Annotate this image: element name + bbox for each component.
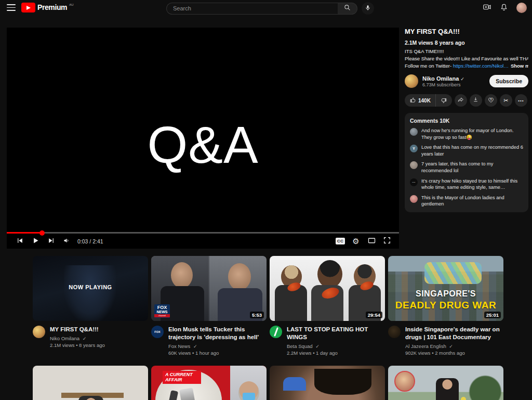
video-card-title[interactable]: Elon Musk tells Tucker this trajectory i… (168, 326, 267, 341)
show-more-button[interactable]: Show more (511, 63, 528, 69)
miniplayer-icon (367, 236, 376, 247)
clip-button[interactable]: ✂ (500, 94, 512, 107)
download-button[interactable] (470, 94, 482, 107)
next-icon (47, 237, 55, 246)
thumbs-up-icon (409, 97, 416, 105)
player-controls: 0:03 / 2:41 CC ⚙ (7, 234, 399, 249)
twitter-link[interactable]: https://twitter.com/Nikol… (453, 62, 509, 70)
video-card[interactable] (388, 366, 503, 400)
channel-avatar[interactable] (388, 326, 401, 338)
channel-avatar[interactable]: FOX (151, 326, 164, 338)
play-icon (32, 237, 39, 246)
channel-text: Niko Omilana✓ 6.73M subscribers (422, 75, 489, 87)
card-info: Inside Singapore's deadly war on drugs |… (388, 326, 503, 356)
video-thumbnail[interactable]: SINGAPORE'S DEADLY DRUG WAR 25:01 (388, 256, 503, 321)
video-thumbnail[interactable] (388, 366, 503, 400)
video-thumbnail[interactable] (33, 366, 148, 400)
previous-icon (16, 237, 24, 246)
video-thumbnail[interactable]: A CURRENT AFFAIR (151, 366, 267, 400)
thumbnail-text: DEADLY DRUG WAR (388, 300, 503, 311)
play-button[interactable] (28, 235, 43, 248)
search-input[interactable] (166, 3, 338, 15)
next-button[interactable] (43, 235, 59, 248)
channel-inset-avatar (394, 371, 415, 392)
video-card-meta: 60K views • 1 hour ago (168, 350, 267, 356)
miniplayer-button[interactable] (364, 235, 379, 248)
create-button[interactable] (483, 3, 491, 13)
time-display: 0:03 / 2:41 (77, 238, 103, 244)
video-card-title[interactable]: Inside Singapore's deadly war on drugs |… (405, 326, 503, 341)
channel-name[interactable]: Niko Omilana✓ (422, 75, 489, 82)
video-card-channel[interactable]: Fox News ✓ (168, 343, 267, 349)
comment-item[interactable]: --- It's crazy how Niko stayed true to h… (410, 178, 523, 191)
video-card-title[interactable]: MY FIRST Q&A!!! (50, 326, 105, 333)
search-bar (166, 2, 374, 15)
voice-search-button[interactable] (362, 2, 374, 15)
share-icon (457, 96, 464, 105)
comment-item[interactable]: Y Love that this has come on my recommen… (410, 144, 523, 157)
more-dots-icon: ••• (518, 98, 524, 103)
video-player[interactable]: Q&A (7, 28, 399, 249)
video-thumbnail[interactable] (270, 366, 385, 400)
comment-avatar: --- (410, 178, 418, 186)
card-info: LAST TO STOP EATING HOT WINGS Beta Squad… (270, 326, 385, 356)
video-card-hot-wings[interactable]: 29:54 LAST TO STOP EATING HOT WINGS Beta… (270, 256, 385, 356)
menu-button[interactable] (7, 4, 16, 11)
comment-text: Love that this has come on my recommende… (421, 144, 523, 157)
channel-avatar[interactable] (270, 326, 282, 338)
comment-text: This is the Mayor of London ladies and g… (421, 195, 523, 208)
comment-item[interactable]: 7 years later, this has come to my recom… (410, 161, 523, 174)
video-card[interactable] (270, 366, 385, 400)
video-card-singapore[interactable]: SINGAPORE'S DEADLY DRUG WAR 25:01 Inside… (388, 256, 503, 356)
duration-badge: 29:54 (366, 312, 382, 318)
channel-avatar[interactable] (405, 74, 418, 88)
verified-icon: ✓ (83, 336, 87, 341)
video-info-panel: MY FIRST Q&A!!! 2.1M views 8 years ago I… (405, 28, 528, 212)
comment-avatar (410, 128, 418, 136)
video-thumbnail[interactable]: FOX NEWS channel 5:53 (151, 256, 267, 321)
verified-icon: ✓ (449, 344, 453, 349)
search-button[interactable] (338, 3, 357, 15)
comments-preview-card[interactable]: Comments 10K And now he's running for ma… (405, 113, 528, 212)
like-button[interactable]: 140K (405, 94, 435, 107)
fullscreen-icon (383, 236, 391, 246)
video-card-channel[interactable]: Al Jazeera English ✓ (405, 343, 503, 349)
create-video-icon (483, 3, 491, 13)
fullscreen-button[interactable] (379, 235, 395, 248)
volume-button[interactable] (59, 235, 74, 248)
settings-button[interactable]: ⚙ (348, 235, 364, 248)
more-actions-button[interactable]: ••• (515, 94, 527, 107)
channel-row: Niko Omilana✓ 6.73M subscribers Subscrib… (405, 74, 528, 88)
video-card-channel[interactable]: Niko Omilana ✓ (50, 336, 105, 341)
video-card[interactable]: A CURRENT AFFAIR (151, 366, 267, 400)
thumbnail-text: SINGAPORE'S (388, 289, 503, 299)
youtube-logo-icon (21, 3, 35, 12)
video-thumbnail[interactable]: 29:54 (270, 256, 385, 321)
comment-text: 7 years later, this has come to my recom… (421, 161, 523, 174)
comment-item[interactable]: This is the Mayor of London ladies and g… (410, 195, 523, 208)
subtitles-button[interactable]: CC (332, 235, 348, 248)
channel-avatar[interactable] (33, 326, 45, 338)
account-avatar[interactable] (516, 3, 527, 13)
video-thumbnail[interactable]: NOW PLAYING (33, 256, 148, 321)
video-card-title[interactable]: LAST TO STOP EATING HOT WINGS (287, 326, 385, 341)
previous-button[interactable] (12, 235, 28, 248)
dislike-button[interactable] (435, 94, 452, 107)
comment-item[interactable]: And now he's running for mayor of London… (410, 127, 523, 140)
youtube-premium-logo[interactable]: Premium AU (21, 3, 73, 12)
subscribe-button[interactable]: Subscribe (489, 75, 528, 87)
video-card-fox-news[interactable]: FOX NEWS channel 5:53 FOX Elon Musk tell… (151, 256, 267, 356)
card-info: FOX Elon Musk tells Tucker this trajecto… (151, 326, 267, 356)
thanks-button[interactable]: $ (485, 94, 497, 107)
video-title: MY FIRST Q&A!!! (405, 28, 528, 35)
comment-avatar: Y (410, 145, 418, 152)
scissors-icon: ✂ (503, 97, 508, 104)
description-line: Follow me on Twitter- https://twitter.co… (405, 62, 528, 70)
verified-icon: ✓ (315, 344, 320, 349)
now-playing-label: NOW PLAYING (33, 284, 148, 290)
notifications-button[interactable] (500, 3, 508, 13)
share-button[interactable] (455, 94, 467, 107)
video-card-channel[interactable]: Beta Squad ✓ (287, 343, 385, 349)
video-card-now-playing[interactable]: NOW PLAYING MY FIRST Q&A!!! Niko Omilana… (33, 256, 148, 348)
video-card[interactable] (33, 366, 148, 400)
